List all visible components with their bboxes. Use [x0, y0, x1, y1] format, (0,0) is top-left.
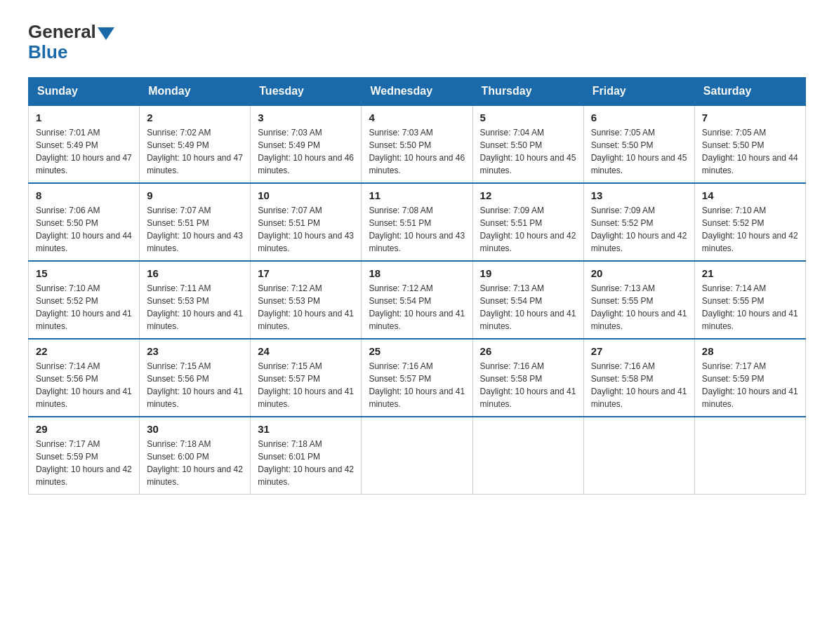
day-info: Sunrise: 7:07 AM Sunset: 5:51 PM Dayligh… — [258, 204, 354, 255]
calendar-day-cell — [362, 417, 472, 495]
day-number: 30 — [147, 423, 243, 435]
calendar-day-cell — [472, 417, 583, 495]
day-number: 31 — [258, 423, 354, 435]
day-info: Sunrise: 7:10 AM Sunset: 5:52 PM Dayligh… — [702, 204, 798, 255]
day-number: 16 — [147, 267, 243, 279]
day-info: Sunrise: 7:09 AM Sunset: 5:52 PM Dayligh… — [591, 204, 687, 255]
calendar-day-cell: 23 Sunrise: 7:15 AM Sunset: 5:56 PM Dayl… — [140, 339, 251, 417]
day-number: 1 — [36, 112, 132, 123]
header-friday: Friday — [583, 78, 694, 106]
logo-blue-text: Blue — [28, 41, 67, 63]
day-info: Sunrise: 7:18 AM Sunset: 6:00 PM Dayligh… — [147, 438, 243, 488]
day-number: 28 — [702, 345, 798, 357]
day-number: 20 — [591, 267, 687, 279]
day-number: 6 — [591, 112, 687, 123]
day-info: Sunrise: 7:13 AM Sunset: 5:55 PM Dayligh… — [591, 282, 687, 333]
calendar-day-cell: 17 Sunrise: 7:12 AM Sunset: 5:53 PM Dayl… — [251, 261, 362, 339]
day-number: 12 — [480, 189, 576, 201]
calendar-day-cell: 10 Sunrise: 7:07 AM Sunset: 5:51 PM Dayl… — [251, 183, 362, 261]
day-number: 17 — [258, 267, 354, 279]
day-number: 8 — [36, 189, 132, 201]
day-number: 11 — [369, 189, 465, 201]
calendar-day-cell: 5 Sunrise: 7:04 AM Sunset: 5:50 PM Dayli… — [472, 105, 583, 183]
day-number: 19 — [480, 267, 576, 279]
day-number: 21 — [702, 267, 798, 279]
day-number: 26 — [480, 345, 576, 357]
calendar-day-cell: 2 Sunrise: 7:02 AM Sunset: 5:49 PM Dayli… — [140, 105, 251, 183]
calendar-day-cell: 21 Sunrise: 7:14 AM Sunset: 5:55 PM Dayl… — [694, 261, 805, 339]
day-number: 14 — [702, 189, 798, 201]
calendar-day-cell: 26 Sunrise: 7:16 AM Sunset: 5:58 PM Dayl… — [472, 339, 583, 417]
day-info: Sunrise: 7:15 AM Sunset: 5:56 PM Dayligh… — [147, 360, 243, 410]
day-info: Sunrise: 7:14 AM Sunset: 5:55 PM Dayligh… — [702, 282, 798, 333]
calendar-day-cell: 30 Sunrise: 7:18 AM Sunset: 6:00 PM Dayl… — [140, 417, 251, 495]
day-info: Sunrise: 7:11 AM Sunset: 5:53 PM Dayligh… — [147, 282, 243, 333]
day-info: Sunrise: 7:03 AM Sunset: 5:49 PM Dayligh… — [258, 126, 354, 177]
day-info: Sunrise: 7:10 AM Sunset: 5:52 PM Dayligh… — [36, 282, 132, 333]
day-number: 29 — [36, 423, 132, 435]
day-number: 2 — [147, 112, 243, 123]
day-info: Sunrise: 7:07 AM Sunset: 5:51 PM Dayligh… — [147, 204, 243, 255]
calendar-week-row: 29 Sunrise: 7:17 AM Sunset: 5:59 PM Dayl… — [29, 417, 806, 495]
calendar-day-cell: 13 Sunrise: 7:09 AM Sunset: 5:52 PM Dayl… — [583, 183, 694, 261]
day-info: Sunrise: 7:04 AM Sunset: 5:50 PM Dayligh… — [480, 126, 576, 177]
logo-general-text: General — [28, 21, 96, 43]
header-monday: Monday — [140, 78, 251, 106]
calendar-day-cell: 7 Sunrise: 7:05 AM Sunset: 5:50 PM Dayli… — [694, 105, 805, 183]
day-info: Sunrise: 7:16 AM Sunset: 5:58 PM Dayligh… — [480, 360, 576, 410]
day-info: Sunrise: 7:09 AM Sunset: 5:51 PM Dayligh… — [480, 204, 576, 255]
calendar-day-cell: 11 Sunrise: 7:08 AM Sunset: 5:51 PM Dayl… — [362, 183, 472, 261]
day-info: Sunrise: 7:06 AM Sunset: 5:50 PM Dayligh… — [36, 204, 132, 255]
day-number: 3 — [258, 112, 354, 123]
calendar-day-cell: 18 Sunrise: 7:12 AM Sunset: 5:54 PM Dayl… — [362, 261, 472, 339]
day-info: Sunrise: 7:05 AM Sunset: 5:50 PM Dayligh… — [591, 126, 687, 177]
calendar-day-cell: 19 Sunrise: 7:13 AM Sunset: 5:54 PM Dayl… — [472, 261, 583, 339]
calendar-day-cell: 12 Sunrise: 7:09 AM Sunset: 5:51 PM Dayl… — [472, 183, 583, 261]
header-saturday: Saturday — [694, 78, 805, 106]
day-info: Sunrise: 7:16 AM Sunset: 5:58 PM Dayligh… — [591, 360, 687, 410]
day-info: Sunrise: 7:12 AM Sunset: 5:54 PM Dayligh… — [369, 282, 465, 333]
calendar-day-cell: 14 Sunrise: 7:10 AM Sunset: 5:52 PM Dayl… — [694, 183, 805, 261]
calendar-day-cell: 3 Sunrise: 7:03 AM Sunset: 5:49 PM Dayli… — [251, 105, 362, 183]
day-info: Sunrise: 7:13 AM Sunset: 5:54 PM Dayligh… — [480, 282, 576, 333]
day-info: Sunrise: 7:17 AM Sunset: 5:59 PM Dayligh… — [36, 438, 132, 488]
logo-triangle-icon — [98, 27, 114, 40]
calendar-week-row: 15 Sunrise: 7:10 AM Sunset: 5:52 PM Dayl… — [29, 261, 806, 339]
calendar-day-cell: 24 Sunrise: 7:15 AM Sunset: 5:57 PM Dayl… — [251, 339, 362, 417]
calendar-day-cell: 29 Sunrise: 7:17 AM Sunset: 5:59 PM Dayl… — [29, 417, 140, 495]
day-number: 24 — [258, 345, 354, 357]
day-info: Sunrise: 7:14 AM Sunset: 5:56 PM Dayligh… — [36, 360, 132, 410]
calendar-day-cell — [694, 417, 805, 495]
calendar-week-row: 1 Sunrise: 7:01 AM Sunset: 5:49 PM Dayli… — [29, 105, 806, 183]
day-number: 7 — [702, 112, 798, 123]
day-number: 9 — [147, 189, 243, 201]
day-number: 25 — [369, 345, 465, 357]
day-info: Sunrise: 7:02 AM Sunset: 5:49 PM Dayligh… — [147, 126, 243, 177]
calendar-day-cell: 27 Sunrise: 7:16 AM Sunset: 5:58 PM Dayl… — [583, 339, 694, 417]
day-number: 10 — [258, 189, 354, 201]
day-info: Sunrise: 7:08 AM Sunset: 5:51 PM Dayligh… — [369, 204, 465, 255]
day-info: Sunrise: 7:12 AM Sunset: 5:53 PM Dayligh… — [258, 282, 354, 333]
calendar-day-cell: 4 Sunrise: 7:03 AM Sunset: 5:50 PM Dayli… — [362, 105, 472, 183]
header-sunday: Sunday — [29, 78, 140, 106]
header-thursday: Thursday — [472, 78, 583, 106]
calendar-day-cell: 15 Sunrise: 7:10 AM Sunset: 5:52 PM Dayl… — [29, 261, 140, 339]
day-info: Sunrise: 7:18 AM Sunset: 6:01 PM Dayligh… — [258, 438, 354, 488]
calendar-week-row: 22 Sunrise: 7:14 AM Sunset: 5:56 PM Dayl… — [29, 339, 806, 417]
calendar-week-row: 8 Sunrise: 7:06 AM Sunset: 5:50 PM Dayli… — [29, 183, 806, 261]
day-info: Sunrise: 7:05 AM Sunset: 5:50 PM Dayligh… — [702, 126, 798, 177]
day-number: 18 — [369, 267, 465, 279]
calendar-day-cell: 20 Sunrise: 7:13 AM Sunset: 5:55 PM Dayl… — [583, 261, 694, 339]
logo: General Blue — [28, 21, 116, 63]
weekday-header-row: Sunday Monday Tuesday Wednesday Thursday… — [29, 78, 806, 106]
calendar-day-cell: 16 Sunrise: 7:11 AM Sunset: 5:53 PM Dayl… — [140, 261, 251, 339]
day-number: 15 — [36, 267, 132, 279]
header-wednesday: Wednesday — [362, 78, 472, 106]
day-number: 22 — [36, 345, 132, 357]
day-info: Sunrise: 7:16 AM Sunset: 5:57 PM Dayligh… — [369, 360, 465, 410]
calendar-day-cell: 28 Sunrise: 7:17 AM Sunset: 5:59 PM Dayl… — [694, 339, 805, 417]
calendar-day-cell: 31 Sunrise: 7:18 AM Sunset: 6:01 PM Dayl… — [251, 417, 362, 495]
day-info: Sunrise: 7:15 AM Sunset: 5:57 PM Dayligh… — [258, 360, 354, 410]
calendar-day-cell: 9 Sunrise: 7:07 AM Sunset: 5:51 PM Dayli… — [140, 183, 251, 261]
page-header: General Blue — [28, 21, 806, 63]
